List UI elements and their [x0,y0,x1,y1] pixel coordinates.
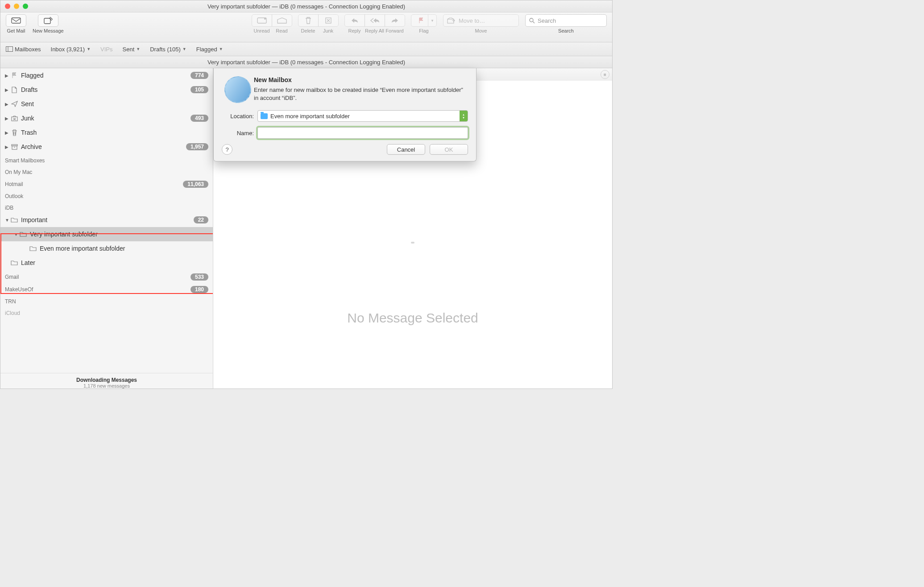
disclosure-triangle-icon[interactable]: ▶ [5,102,10,107]
chevron-down-icon: ▼ [431,19,434,23]
sidebar-section-icloud[interactable]: iCloud [0,306,213,318]
sidebar-sent[interactable]: ▶ Sent [0,97,213,111]
count-badge: 493 [191,115,208,122]
delete-button[interactable]: Delete [298,14,318,33]
sidebar-drafts[interactable]: ▶ Drafts 105 [0,83,213,97]
search-input[interactable]: Search [525,14,607,27]
new-mailbox-dialog: New Mailbox Enter name for new mailbox t… [213,68,477,161]
sidebar-section-gmail[interactable]: Gmail 533 [0,270,213,282]
sidebar-section-trn[interactable]: TRN [0,295,213,306]
dialog-title: New Mailbox [254,76,468,83]
favorites-sent[interactable]: Sent▼ [123,46,141,53]
cancel-button[interactable]: Cancel [387,144,425,155]
count-badge: 180 [191,286,208,293]
svg-rect-7 [6,47,13,52]
flag-icon [10,71,18,79]
disclosure-triangle-icon[interactable]: ▶ [5,87,10,92]
compose-icon [44,17,53,24]
body: ▶ Flagged 774 ▶ Drafts 105 ▶ Sent ▶ Junk… [0,68,612,389]
count-badge: 105 [191,86,208,93]
close-window-button[interactable] [5,4,10,9]
delete-junk-group: Delete Junk [298,14,338,33]
flag-icon [418,17,424,24]
titlebar: Very important subfolder — iDB (0 messag… [0,0,612,12]
zoom-window-button[interactable] [23,4,28,9]
sidebar-section-hotmail[interactable]: Hotmail 11,063 [0,177,213,190]
favorites-flagged[interactable]: Flagged▼ [196,46,223,53]
disclosure-triangle-icon[interactable]: ▼ [14,232,19,237]
search-group: Search Search [525,14,607,33]
favorites-drafts[interactable]: Drafts (105)▼ [150,46,186,53]
sidebar-junk[interactable]: ▶ Junk 493 [0,111,213,125]
unread-button[interactable]: Unread [252,14,272,33]
disclosure-triangle-icon[interactable]: ▶ [5,145,10,149]
move-to-button[interactable]: Move to… Move [443,14,519,33]
forward-button[interactable]: Forward [385,14,405,33]
svg-rect-5 [447,19,454,23]
archive-box-icon [10,143,18,151]
read-unread-group: Unread Read [252,14,292,33]
disclosure-triangle-icon[interactable]: ▶ [5,73,10,78]
disclosure-triangle-icon[interactable]: ▶ [5,116,10,121]
sidebar: ▶ Flagged 774 ▶ Drafts 105 ▶ Sent ▶ Junk… [0,68,213,389]
count-badge: 11,063 [183,181,208,188]
list-options-button[interactable]: ≡ [601,70,609,79]
trash-icon [305,17,312,24]
sidebar-section-outlook[interactable]: Outlook [0,190,213,201]
ok-button[interactable]: OK [430,144,468,155]
favorites-mailboxes[interactable]: Mailboxes [6,46,41,53]
new-message-button[interactable]: New Message [33,14,64,33]
disclosure-triangle-icon[interactable]: ▶ [5,130,10,135]
reply-all-icon [370,17,380,24]
hamburger-icon: ≡ [604,72,606,77]
sidebar-flagged[interactable]: ▶ Flagged 774 [0,68,213,83]
name-label: Name: [222,130,254,136]
disclosure-triangle-icon[interactable]: ▼ [5,218,10,223]
sidebar-idb-even-more[interactable]: Even more important subfolder [0,241,213,256]
envelope-dot-icon [257,17,267,24]
help-button[interactable]: ? [222,144,232,155]
sidebar-section-smart[interactable]: Smart Mailboxes [0,154,213,165]
sidebar-idb-very-important[interactable]: ▼ Very important subfolder [0,227,213,241]
sidebar-archive[interactable]: ▶ Archive 1,957 [0,140,213,154]
name-input[interactable] [257,127,468,139]
svg-point-6 [530,18,533,22]
forward-icon [391,17,399,24]
flag-button[interactable]: ▼ Flag [411,14,437,33]
flag-dropdown[interactable]: ▼ [428,15,436,26]
chevron-down-icon: ▼ [87,47,91,51]
favorites-inbox[interactable]: Inbox (3,921)▼ [51,46,91,53]
count-badge: 1,957 [186,143,208,150]
empty-state: No Message Selected [213,244,612,389]
window-controls [0,4,28,9]
message-pane: ≡ No Message Selected New Mailbox Enter … [213,68,612,389]
envelope-icon [11,17,21,24]
sidebar-trash[interactable]: ▶ Trash [0,125,213,140]
favorites-vips[interactable]: VIPs [100,46,112,53]
sidebar-idb-later[interactable]: Later [0,256,213,270]
read-button[interactable]: Read [272,14,292,33]
document-icon [10,86,18,94]
junk-box-icon [10,114,18,122]
get-mail-button[interactable]: Get Mail [6,14,26,33]
minimize-window-button[interactable] [14,4,19,9]
stepper-arrows-icon: ▲▼ [460,111,468,121]
toolbar: Get Mail New Message Unread Read Delete [0,12,612,42]
svg-rect-0 [12,18,21,23]
junk-button[interactable]: Junk [318,14,338,33]
count-badge: 774 [191,72,208,79]
reply-button[interactable]: Reply [344,14,365,33]
trash-icon [10,128,18,136]
mail-window: Very important subfolder — iDB (0 messag… [0,0,613,389]
location-select[interactable]: Even more important subfolder ▲▼ [257,110,468,122]
sidebar-section-idb[interactable]: iDB [0,201,213,213]
splitter-handle[interactable] [411,242,414,244]
folder-icon [19,230,27,238]
favorites-bar: Mailboxes Inbox (3,921)▼ VIPs Sent▼ Draf… [0,42,612,56]
sidebar-section-makeuseof[interactable]: MakeUseOf 180 [0,282,213,295]
reply-all-button[interactable]: Reply All [365,14,385,33]
sidebar-section-onmymac[interactable]: On My Mac [0,165,213,177]
svg-rect-1 [44,18,50,24]
sidebar-idb-important[interactable]: ▼ Important 22 [0,213,213,227]
dialog-app-icon [222,76,254,103]
